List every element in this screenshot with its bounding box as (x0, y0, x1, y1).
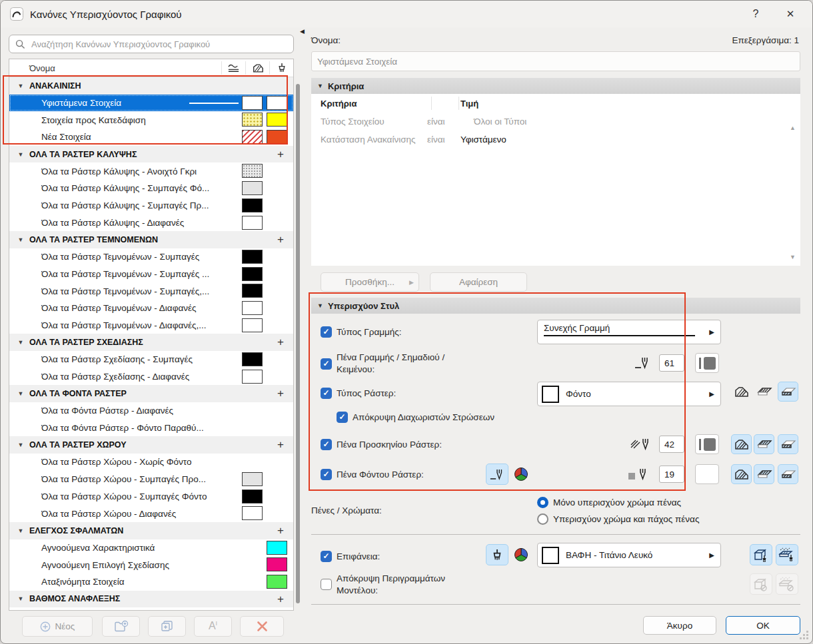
surface-dropdown[interactable]: ΒΑΦΗ - Τιτάνιο Λευκό ▶ (537, 543, 721, 567)
fg-drafting-toggle[interactable] (731, 434, 752, 454)
list-item[interactable]: ▼ Αγνοούμενα Χαρακτηριστικά + (9, 539, 293, 557)
bg-pen-number-field[interactable] (659, 466, 684, 483)
collapse-triangle-icon[interactable]: ▼ (15, 236, 27, 243)
list-item[interactable]: ▼ Όλα τα Ράστερ Κάλυψης - Διαφανές + (9, 214, 293, 232)
collapse-triangle-icon[interactable]: ▼ (15, 442, 27, 448)
pen-color-weight-label[interactable]: Υπερισχύον χρώμα και πάχος πένας (553, 514, 699, 524)
color-wheel-icon[interactable] (514, 467, 528, 482)
list-item[interactable]: ▼ Στοιχεία προς Κατεδάφιση + (9, 111, 293, 129)
list-item[interactable]: ▼ ΟΛΑ ΤΑ ΡΑΣΤΕΡ ΣΧΕΔΙΑΣΗΣ + (9, 334, 293, 351)
bg-cut-toggle[interactable] (778, 464, 798, 484)
new-rule-button[interactable]: Νέος (22, 616, 93, 637)
fill-type-dropdown[interactable]: Φόντο ▶ (537, 382, 721, 406)
ok-button[interactable]: OK (726, 616, 800, 635)
help-button[interactable]: ? (746, 6, 766, 22)
paint-uncut-surfaces-toggle[interactable] (750, 544, 772, 565)
list-item[interactable]: ▼ ΟΛΑ ΤΑ ΡΑΣΤΕΡ ΧΩΡΟΥ + (9, 436, 293, 454)
rule-name-field[interactable] (311, 51, 800, 71)
list-item[interactable]: ▼ ΟΛΑ ΤΑ ΡΑΣΤΕΡ ΤΕΜΝΟΜΕΝΩΝ + (9, 231, 293, 248)
bg-pen-mode-button[interactable] (486, 464, 508, 485)
list-item[interactable]: ▼ Όλα τα Ράστερ Τεμνομένων - Διαφανές,..… (9, 317, 293, 334)
surface-checkbox[interactable] (321, 551, 332, 562)
add-rule-icon[interactable]: + (277, 436, 284, 454)
fg-cover-toggle[interactable] (754, 434, 774, 454)
hide-cut-outlines-toggle[interactable] (776, 573, 798, 595)
resize-grip[interactable] (798, 629, 808, 639)
fg-pen-number-field[interactable] (659, 436, 684, 453)
add-rule-icon[interactable]: + (277, 231, 284, 248)
close-button[interactable]: ✕ (780, 6, 800, 22)
line-pen-number-field[interactable] (659, 354, 684, 372)
list-item[interactable]: ▼ Όλα τα Ράστερ Χώρου - Συμπαγές Φόντο + (9, 488, 293, 505)
cut-fills-toggle[interactable] (778, 382, 798, 402)
list-item[interactable]: ▼ Όλα τα Φόντα Ράστερ - Φόντο Παραθύ... … (9, 420, 293, 437)
pen-color-only-label[interactable]: Μόνο υπερισχύον χρώμα πένας (553, 497, 681, 507)
fill-column-icon[interactable] (245, 61, 269, 75)
fg-pen-checkbox[interactable] (321, 439, 332, 450)
search-input[interactable] (30, 39, 293, 50)
paint-cut-surfaces-toggle[interactable] (776, 544, 798, 565)
linetype-column-icon[interactable] (221, 61, 245, 75)
scroll-up-icon[interactable]: ▲ (790, 125, 796, 131)
surface-column-icon[interactable] (269, 61, 293, 75)
bg-cover-toggle[interactable] (754, 464, 774, 484)
cover-fills-toggle[interactable] (754, 382, 774, 402)
collapse-triangle-icon[interactable]: ▼ (15, 390, 27, 397)
add-criterion-button[interactable]: Προσθήκη... ▶ (321, 272, 419, 292)
fill-type-checkbox[interactable] (321, 388, 332, 399)
list-item[interactable]: ▼ Όλα τα Ράστερ Χώρου - Διαφανές + (9, 505, 293, 522)
list-item[interactable]: ▼ Όλα τα Ράστερ Τεμνομένων - Διαφανές + (9, 300, 293, 317)
hide-outlines-checkbox[interactable] (321, 579, 332, 590)
remove-criterion-button[interactable]: Αφαίρεση (430, 272, 527, 292)
list-item[interactable]: ▼ Όλα τα Ράστερ Κάλυψης - Συμπαγές Φό...… (9, 180, 293, 197)
collapse-triangle-icon[interactable]: ▼ (15, 151, 27, 158)
duplicate-button[interactable] (148, 616, 186, 637)
drafting-fills-toggle[interactable] (731, 382, 752, 402)
pen-color-only-radio[interactable] (537, 497, 548, 508)
surface-paint-button[interactable] (486, 544, 508, 565)
bg-pen-color-button[interactable] (695, 464, 719, 484)
list-item[interactable]: ▼ ΟΛΑ ΤΑ ΡΑΣΤΕΡ ΚΑΛΥΨΗΣ + (9, 146, 293, 163)
color-wheel-icon[interactable] (514, 547, 528, 562)
add-rule-icon[interactable]: + (277, 522, 284, 539)
add-rule-icon[interactable]: + (277, 146, 284, 163)
line-type-dropdown[interactable]: Συνεχής Γραμμή ▶ (537, 320, 721, 344)
add-rule-icon[interactable]: + (277, 385, 284, 402)
pen-color-weight-radio[interactable] (537, 513, 548, 525)
list-item[interactable]: ▼ Αταξινόμητα Στοιχεία + (9, 573, 293, 591)
list-item[interactable]: ▼ Όλα τα Ράστερ Τεμνομένων - Συμπαγές ..… (9, 266, 293, 283)
collapse-triangle-icon[interactable]: ▼ (15, 83, 27, 89)
line-pen-checkbox[interactable] (321, 358, 332, 370)
hide-uncut-outlines-toggle[interactable] (750, 573, 772, 595)
collapse-triangle-icon[interactable]: ▼ (15, 527, 27, 534)
list-item[interactable]: ▼ Όλα τα Ράστερ Χώρου - Συμπαγές Προ... … (9, 471, 293, 488)
list-item[interactable]: ▼ ΒΑΘΜΟΣ ΑΝΑΦΛΕΞΗΣ + (9, 591, 293, 608)
collapse-triangle-icon[interactable]: ▼ (15, 339, 27, 346)
list-item[interactable]: ▼ Όλα τα Φόντα Ράστερ - Διαφανές + (9, 402, 293, 420)
cancel-button[interactable]: Άκυρο (643, 616, 716, 635)
list-item[interactable]: ▼ Υφιστάμενα Στοιχεία + (9, 95, 293, 112)
list-item[interactable]: ▼ ΕΛΕΓΧΟΣ ΣΦΑΛΜΑΤΩΝ + (9, 522, 293, 539)
criteria-section-header[interactable]: ▼ Κριτήρια (311, 78, 800, 94)
collapse-triangle-icon[interactable]: ▼ (15, 595, 27, 602)
list-scrollbar[interactable] (296, 84, 300, 603)
criteria-row[interactable]: Τύπος Στοιχείου είναι Όλοι οι Τύποι (311, 113, 800, 131)
panel-collapse-icon[interactable]: ◀ (300, 28, 305, 35)
add-rule-icon[interactable]: + (277, 591, 284, 608)
line-pen-color-button[interactable] (695, 353, 719, 373)
list-item[interactable]: ▼ Αγνοούμενη Επιλογή Σχεδίασης + (9, 556, 293, 573)
list-item[interactable]: ▼ Όλα τα Ράστερ Χώρου - Χωρίς Φόντο + (9, 454, 293, 471)
list-item[interactable]: ▼ ΟΛΑ ΤΑ ΦΟΝΤΑ ΡΑΣΤΕΡ + (9, 385, 293, 402)
add-rule-icon[interactable]: + (277, 334, 284, 351)
name-column-header[interactable]: Όνομα (29, 63, 221, 73)
line-type-checkbox[interactable] (321, 326, 332, 338)
list-item[interactable]: ▼ Νέα Στοιχεία + (9, 129, 293, 146)
bg-drafting-toggle[interactable] (731, 464, 752, 484)
delete-button[interactable] (240, 616, 284, 637)
list-item[interactable]: ▼ Όλα τα Ράστερ Σχεδίασης - Συμπαγές + (9, 351, 293, 368)
list-item[interactable]: ▼ Όλα τα Ράστερ Κάλυψης - Ανοιχτό Γκρι + (9, 162, 293, 180)
scroll-down-icon[interactable]: ▼ (790, 254, 796, 260)
override-style-section-header[interactable]: ▼ Υπερισχύον Στυλ (311, 298, 800, 314)
criteria-row[interactable]: Κατάσταση Ανακαίνισης είναι Υφιστάμενο (311, 131, 800, 149)
list-item[interactable]: ▼ Όλα τα Ράστερ Τεμνομένων - Συμπαγές + (9, 248, 293, 266)
